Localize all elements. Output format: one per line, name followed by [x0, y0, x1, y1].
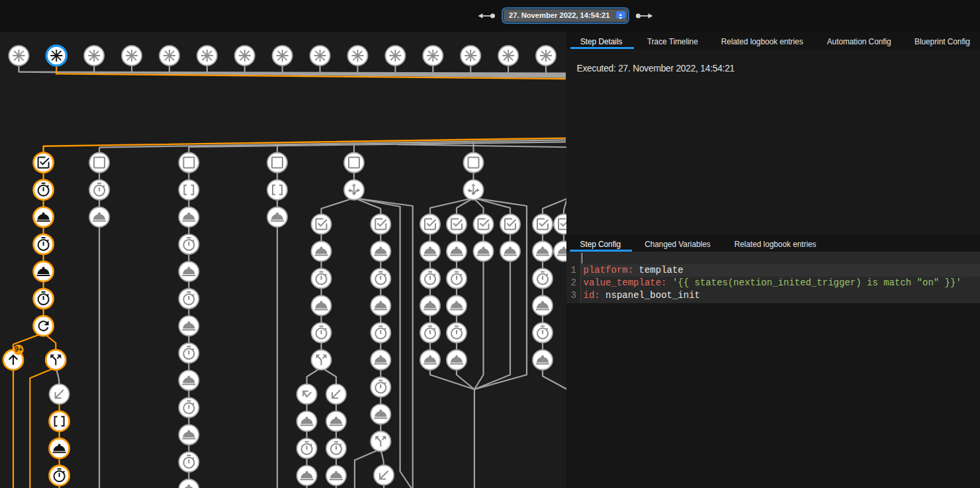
svg-text:9+: 9+ [15, 345, 22, 353]
